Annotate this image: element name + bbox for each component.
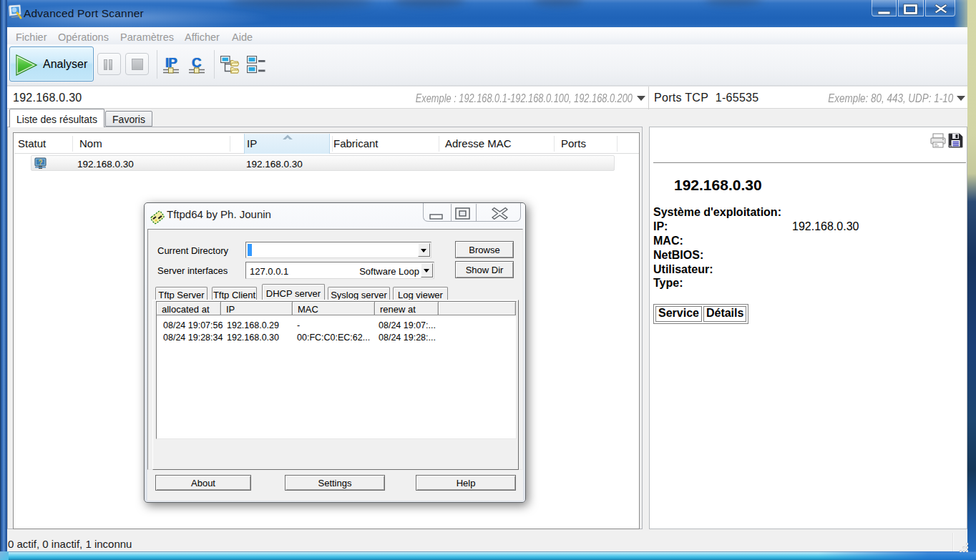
svg-text:?: ? [38,159,42,167]
